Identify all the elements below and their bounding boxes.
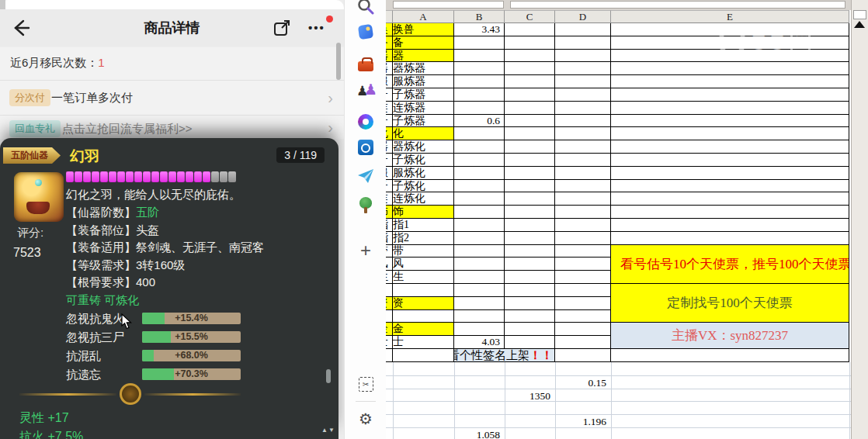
- cell-d[interactable]: [555, 50, 611, 63]
- cell-d[interactable]: [555, 323, 611, 336]
- cell-c[interactable]: [505, 206, 555, 219]
- column-header-A[interactable]: A: [393, 10, 454, 23]
- cell-b[interactable]: [454, 206, 505, 219]
- cell-a[interactable]: 风: [393, 258, 454, 271]
- cell-c[interactable]: [505, 62, 555, 75]
- cell-a[interactable]: 子炼化: [393, 154, 454, 167]
- paper-plane-icon[interactable]: [356, 167, 375, 185]
- cell-b[interactable]: [454, 102, 505, 115]
- installment-row[interactable]: 分次付 一笔订单多次付 ›: [0, 81, 344, 116]
- cell-d[interactable]: [555, 349, 611, 362]
- sheet-scrollbar[interactable]: [851, 0, 868, 439]
- cell-d[interactable]: [555, 23, 611, 36]
- cell-b[interactable]: [454, 154, 505, 167]
- tag-icon[interactable]: [356, 22, 375, 41]
- cell-d[interactable]: [555, 154, 611, 167]
- signature-cell[interactable]: 看个性签名上架！！！: [454, 349, 555, 362]
- search-icon[interactable]: [356, 0, 375, 16]
- cell-d[interactable]: [555, 192, 611, 206]
- cell-c[interactable]: [505, 180, 555, 193]
- cell-b[interactable]: [454, 180, 505, 193]
- clipped-cell-sliver[interactable]: 饰: [386, 206, 393, 219]
- clipped-cell-sliver[interactable]: 连: [386, 192, 393, 206]
- cell-e[interactable]: [611, 115, 849, 128]
- clipped-cell-sliver[interactable]: 化: [386, 127, 393, 140]
- cell-a[interactable]: 连炼器: [393, 102, 454, 115]
- clipped-cell-sliver[interactable]: 器: [386, 140, 393, 154]
- cell-b[interactable]: [454, 127, 505, 140]
- clipped-cell-sliver[interactable]: 风: [386, 258, 393, 271]
- cell-b[interactable]: [454, 323, 505, 336]
- clipped-cell-sliver[interactable]: 服: [386, 75, 393, 88]
- cell-c[interactable]: [505, 75, 555, 88]
- cell-a[interactable]: 子炼器: [393, 115, 454, 128]
- clipped-cell-sliver[interactable]: [386, 349, 393, 362]
- cell-c[interactable]: [505, 245, 555, 258]
- cell-b[interactable]: [454, 140, 505, 154]
- tree-icon[interactable]: [356, 196, 375, 215]
- clipped-cell-sliver[interactable]: 生: [386, 271, 393, 284]
- screenshot-icon[interactable]: ✂: [356, 375, 375, 393]
- cell-a[interactable]: 生: [393, 271, 454, 284]
- cell-a[interactable]: 服炼器: [393, 75, 454, 88]
- cell-c[interactable]: [505, 232, 555, 245]
- cell-a[interactable]: 带: [393, 245, 454, 258]
- cell-a[interactable]: 化: [393, 127, 454, 140]
- cell-d[interactable]: [555, 115, 611, 128]
- cell-e[interactable]: [611, 192, 849, 206]
- cell-e[interactable]: [611, 180, 849, 193]
- overflow-value[interactable]: 0.15: [555, 377, 606, 389]
- name-box[interactable]: [393, 1, 504, 9]
- clipped-cell-sliver[interactable]: 器: [386, 50, 393, 63]
- cell-d[interactable]: [555, 62, 611, 75]
- cell-a[interactable]: 饰: [393, 206, 454, 219]
- cell-c[interactable]: [505, 271, 555, 284]
- cell-b[interactable]: [454, 258, 505, 271]
- cell-b[interactable]: 0.6: [454, 115, 505, 128]
- cell-e[interactable]: [611, 219, 849, 232]
- chess-icon[interactable]: ♟♟: [356, 82, 375, 101]
- cell-d[interactable]: [555, 180, 611, 193]
- cell-a[interactable]: 子炼器: [393, 88, 454, 102]
- cell-d[interactable]: [555, 127, 611, 140]
- cell-c[interactable]: [505, 88, 555, 102]
- merged-cell-e[interactable]: 看号估号10个天使票，推号100个天使票: [611, 245, 849, 284]
- cell-e[interactable]: [611, 140, 849, 154]
- scrollbar-split-box[interactable]: [853, 10, 866, 19]
- clipped-cell-sliver[interactable]: 备: [386, 36, 393, 50]
- cell-e[interactable]: [611, 102, 849, 115]
- column-header-C[interactable]: C: [505, 10, 555, 23]
- cell-b[interactable]: [454, 245, 505, 258]
- cell-e[interactable]: [611, 62, 849, 75]
- cell-c[interactable]: [505, 167, 555, 180]
- clipped-cell-sliver[interactable]: 士: [386, 336, 393, 349]
- cell-a[interactable]: 指1: [393, 219, 454, 232]
- cell-b[interactable]: 3.43: [454, 23, 505, 36]
- cell-d[interactable]: [555, 36, 611, 50]
- cell-b[interactable]: [454, 75, 505, 88]
- cell-b[interactable]: [454, 62, 505, 75]
- cell-c[interactable]: [505, 336, 555, 349]
- cell-b[interactable]: [454, 310, 505, 323]
- cell-b[interactable]: 4.03: [454, 336, 505, 349]
- clipped-cell-sliver[interactable]: 金: [386, 323, 393, 336]
- cell-e[interactable]: [611, 36, 849, 50]
- clipped-cell-sliver[interactable]: 连: [386, 102, 393, 115]
- cell-b[interactable]: [454, 271, 505, 284]
- cell-c[interactable]: [505, 23, 555, 36]
- cell-a[interactable]: 服炼化: [393, 167, 454, 180]
- cell-e[interactable]: [611, 23, 849, 36]
- cell-a[interactable]: 金: [393, 323, 454, 336]
- clipped-cell-sliver[interactable]: [386, 310, 393, 323]
- cell-c[interactable]: [505, 297, 555, 310]
- cell-a[interactable]: 连炼化: [393, 192, 454, 206]
- cell-d[interactable]: [555, 219, 611, 232]
- cell-c[interactable]: [505, 219, 555, 232]
- overflow-value[interactable]: 1.058: [454, 429, 500, 439]
- loop-icon[interactable]: [356, 112, 375, 131]
- cell-d[interactable]: [555, 310, 611, 323]
- settings-gear-icon[interactable]: ⚙: [356, 410, 375, 428]
- clipped-cell-sliver[interactable]: 换: [386, 23, 393, 36]
- cell-c[interactable]: [505, 140, 555, 154]
- overflow-value[interactable]: 1350: [505, 390, 550, 402]
